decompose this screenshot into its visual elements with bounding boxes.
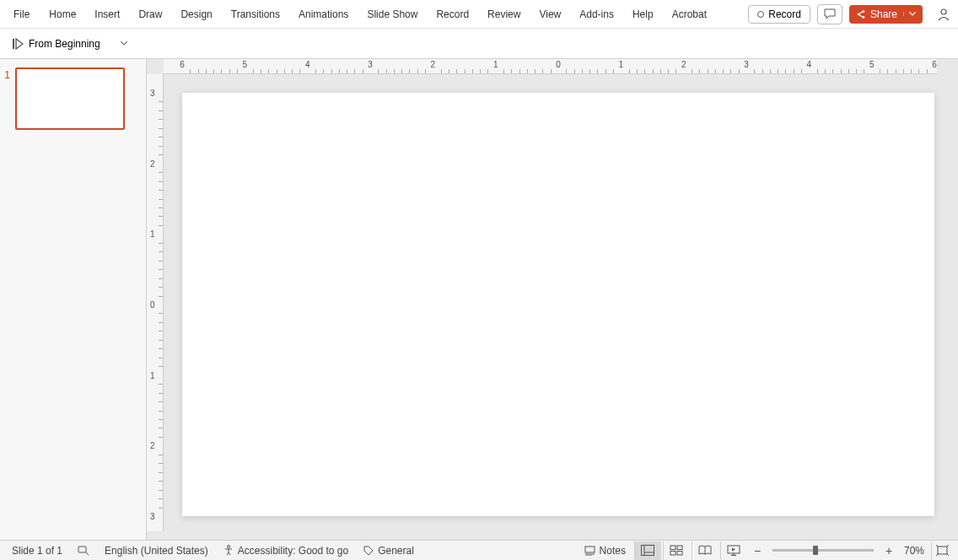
tab-draw[interactable]: Draw — [129, 2, 171, 27]
status-bar: Slide 1 of 1 English (United States) Acc… — [0, 540, 958, 560]
account-button[interactable] — [933, 3, 955, 25]
zoom-slider-thumb[interactable] — [813, 546, 818, 555]
svg-rect-15 — [670, 552, 675, 556]
svg-rect-14 — [677, 546, 682, 550]
chevron-down-icon — [909, 12, 916, 16]
slide-sorter-icon — [670, 545, 683, 556]
from-beginning-dropdown[interactable] — [116, 38, 132, 49]
share-dropdown[interactable] — [903, 12, 916, 16]
svg-rect-13 — [670, 546, 675, 550]
ruler-h-label: 1 — [493, 60, 498, 69]
sensitivity-label: General — [378, 545, 414, 557]
ruler-v-label: 2 — [150, 159, 155, 168]
reading-view-icon — [698, 545, 712, 556]
ruler-h-label: 4 — [807, 60, 812, 69]
accessibility-icon — [223, 545, 234, 556]
thumbnail-slide-1[interactable] — [15, 67, 125, 130]
accessibility-status[interactable]: Accessibility: Good to go — [217, 542, 355, 559]
svg-point-3 — [941, 9, 946, 14]
tab-design[interactable]: Design — [171, 2, 221, 27]
play-from-start-icon — [12, 38, 24, 50]
share-icon — [856, 9, 866, 19]
spell-check-icon — [78, 545, 89, 556]
thumbnail-slot: 1 — [0, 67, 146, 130]
svg-rect-5 — [78, 547, 86, 552]
zoom-percent[interactable]: 70% — [899, 545, 929, 557]
vertical-ruler[interactable]: 3210123 — [147, 74, 164, 531]
normal-view-button[interactable] — [634, 541, 661, 560]
ribbon-tabs: File Home Insert Draw Design Transitions… — [0, 0, 958, 29]
thumbnail-number: 1 — [0, 67, 13, 81]
tab-transitions[interactable]: Transitions — [222, 2, 289, 27]
from-beginning-button[interactable]: From Beginning — [5, 35, 107, 53]
zoom-in-button[interactable]: + — [880, 541, 897, 560]
tab-help[interactable]: Help — [623, 2, 663, 27]
edit-area: 6543210123456 3210123 — [147, 59, 958, 540]
ruler-h-label: 0 — [556, 60, 561, 69]
share-button[interactable]: Share — [849, 5, 923, 24]
record-dot-icon — [757, 11, 764, 18]
svg-rect-16 — [677, 552, 682, 556]
ruler-h-label: 2 — [681, 60, 686, 69]
fit-to-window-button[interactable] — [931, 541, 953, 560]
tab-animations[interactable]: Animations — [289, 2, 358, 27]
ruler-v-label: 0 — [150, 300, 155, 310]
zoom-slider[interactable] — [772, 549, 874, 552]
slide-indicator[interactable]: Slide 1 of 1 — [5, 542, 69, 559]
notes-button[interactable]: Notes — [578, 542, 632, 559]
ruler-v-label: 3 — [150, 512, 155, 521]
ruler-h-label: 1 — [619, 60, 624, 69]
tab-file[interactable]: File — [3, 2, 40, 27]
zoom-out-button[interactable]: − — [749, 541, 766, 560]
person-icon — [937, 8, 950, 21]
tab-slide-show[interactable]: Slide Show — [358, 2, 427, 27]
reading-view-button[interactable] — [692, 541, 718, 560]
ribbon-commands: From Beginning — [0, 29, 958, 59]
language-status[interactable]: English (United States) — [98, 542, 215, 559]
slide-canvas[interactable] — [182, 93, 934, 516]
tab-add-ins[interactable]: Add-ins — [570, 2, 623, 27]
ruler-h-label: 6 — [932, 60, 937, 69]
tab-acrobat[interactable]: Acrobat — [663, 2, 716, 27]
svg-rect-4 — [13, 39, 14, 49]
ruler-v-label: 2 — [150, 441, 155, 450]
svg-point-1 — [863, 10, 865, 13]
record-button-label: Record — [768, 8, 801, 20]
svg-point-2 — [863, 16, 865, 19]
ruler-v-label: 1 — [150, 229, 155, 239]
comment-icon — [824, 8, 836, 19]
slide-sorter-view-button[interactable] — [663, 541, 690, 560]
ruler-h-label: 3 — [744, 60, 749, 69]
svg-rect-10 — [642, 546, 654, 556]
slideshow-view-button[interactable] — [720, 541, 747, 560]
comments-button[interactable] — [817, 4, 842, 24]
tab-view[interactable]: View — [530, 2, 570, 27]
accessibility-label: Accessibility: Good to go — [238, 545, 348, 557]
workspace: 1 6543210123456 3210123 — [0, 59, 958, 540]
svg-rect-7 — [585, 547, 595, 552]
thumbnail-panel: 1 — [0, 59, 147, 540]
ruler-v-label: 1 — [150, 370, 155, 380]
ruler-v-label: 3 — [150, 89, 155, 98]
ruler-h-label: 5 — [243, 60, 248, 69]
tab-record[interactable]: Record — [427, 2, 478, 27]
chevron-down-icon — [121, 41, 127, 46]
sensitivity-status[interactable]: General — [357, 542, 421, 559]
horizontal-ruler[interactable]: 6543210123456 — [164, 59, 937, 74]
tab-review[interactable]: Review — [478, 2, 530, 27]
tab-home[interactable]: Home — [40, 2, 85, 27]
ruler-h-label: 3 — [368, 60, 373, 69]
svg-point-6 — [227, 546, 229, 548]
ruler-h-label: 2 — [431, 60, 436, 69]
spell-check-status[interactable] — [71, 542, 96, 558]
record-button[interactable]: Record — [748, 5, 810, 24]
canvas-wrap — [182, 93, 934, 521]
ruler-h-label: 4 — [305, 60, 310, 69]
notes-label: Notes — [600, 545, 626, 557]
svg-point-0 — [858, 13, 860, 15]
from-beginning-label: From Beginning — [29, 38, 100, 50]
ruler-h-label: 6 — [180, 60, 185, 69]
tab-insert[interactable]: Insert — [85, 2, 129, 27]
notes-icon — [584, 546, 595, 556]
slideshow-icon — [727, 545, 740, 556]
